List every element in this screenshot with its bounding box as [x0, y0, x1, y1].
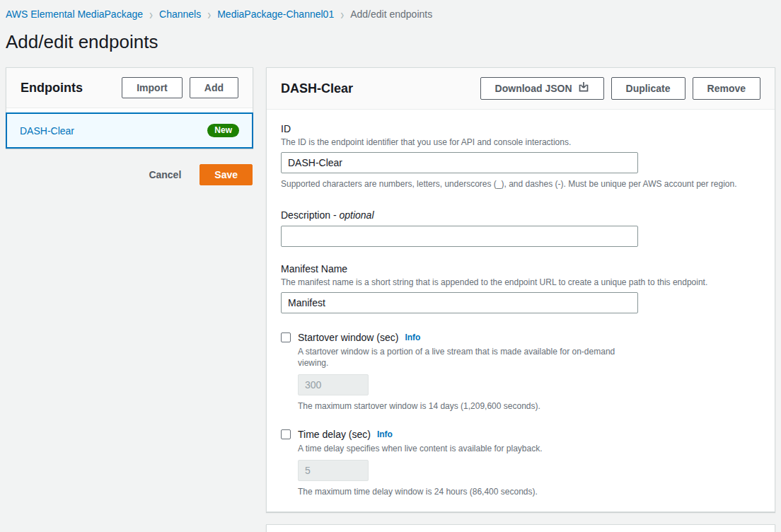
breadcrumb-mediapackage-link[interactable]: AWS Elemental MediaPackage [6, 8, 143, 20]
manifest-name-description: The manifest name is a short string that… [281, 277, 760, 288]
page: AWS Elemental MediaPackage › Channels › … [0, 0, 781, 532]
time-delay-info-link[interactable]: Info [377, 429, 393, 439]
endpoints-panel-title: Endpoints [21, 81, 83, 96]
endpoints-column: Endpoints Import Add DASH-Clear New Canc… [6, 67, 253, 185]
startover-window-checkbox[interactable] [281, 332, 291, 342]
download-icon [578, 81, 589, 96]
import-button[interactable]: Import [122, 77, 183, 98]
endpoint-detail-card: DASH-Clear Download JSON Duplicate [266, 67, 775, 512]
time-delay-constraint: The maximum time delay window is 24 hour… [298, 486, 760, 497]
time-delay-field-group: Time delay (sec) Info A time delay speci… [281, 429, 760, 497]
id-description: The ID is the endpoint identifier that y… [281, 137, 760, 148]
startover-window-constraint: The maximum startover window is 14 days … [298, 400, 760, 412]
time-delay-input [298, 460, 369, 481]
duplicate-button[interactable]: Duplicate [611, 77, 685, 100]
id-field-group: ID The ID is the endpoint identifier tha… [281, 122, 760, 190]
breadcrumb-separator-icon: › [149, 6, 153, 21]
page-title: Add/edit endpoints [6, 31, 775, 53]
cancel-button[interactable]: Cancel [149, 165, 181, 185]
startover-info-link[interactable]: Info [405, 332, 420, 342]
time-delay-checkbox[interactable] [281, 429, 291, 439]
download-json-button[interactable]: Download JSON [480, 77, 604, 100]
manifest-name-field-group: Manifest Name The manifest name is a sho… [281, 262, 760, 313]
description-input[interactable] [281, 226, 638, 247]
endpoint-form: ID The ID is the endpoint identifier tha… [267, 110, 775, 511]
packager-settings-card: Packager settings [266, 524, 775, 532]
id-input[interactable] [281, 152, 638, 173]
breadcrumb-separator-icon: › [340, 6, 344, 21]
breadcrumb-channels-link[interactable]: Channels [159, 8, 201, 20]
breadcrumb-channel01-link[interactable]: MediaPackage-Channel01 [217, 8, 334, 20]
id-label: ID [281, 122, 760, 135]
endpoint-detail-title: DASH-Clear [281, 81, 353, 96]
add-button[interactable]: Add [190, 77, 238, 98]
manifest-name-label: Manifest Name [281, 262, 760, 275]
endpoint-detail-header: DASH-Clear Download JSON Duplicate [267, 68, 775, 110]
startover-window-input [298, 374, 369, 395]
startover-window-description: A startover window is a portion of a liv… [298, 346, 630, 369]
content-columns: Endpoints Import Add DASH-Clear New Canc… [6, 67, 775, 532]
description-label: Description - optional [281, 209, 760, 221]
form-actions: Cancel Save [6, 164, 253, 185]
manifest-name-input[interactable] [281, 292, 638, 313]
endpoint-link[interactable]: DASH-Clear [20, 125, 74, 137]
save-button[interactable]: Save [199, 164, 253, 185]
endpoint-list-item-dash-clear[interactable]: DASH-Clear New [6, 112, 253, 149]
id-constraint-text: Supported characters are numbers, letter… [281, 178, 760, 190]
startover-window-label[interactable]: Startover window (sec) [298, 332, 398, 343]
endpoints-card: Endpoints Import Add DASH-Clear New [6, 67, 253, 149]
breadcrumb-separator-icon: › [207, 6, 211, 21]
description-field-group: Description - optional [281, 209, 760, 247]
endpoint-detail-column: DASH-Clear Download JSON Duplicate [266, 67, 775, 532]
endpoints-card-header: Endpoints Import Add [6, 68, 253, 108]
remove-button[interactable]: Remove [693, 77, 760, 100]
new-status-badge: New [207, 124, 239, 137]
startover-window-field-group: Startover window (sec) Info A startover … [281, 332, 760, 412]
breadcrumb-current-page: Add/edit endpoints [350, 8, 432, 20]
time-delay-label[interactable]: Time delay (sec) [298, 429, 371, 440]
time-delay-description: A time delay specifies when live content… [298, 443, 630, 454]
breadcrumb: AWS Elemental MediaPackage › Channels › … [6, 0, 775, 20]
